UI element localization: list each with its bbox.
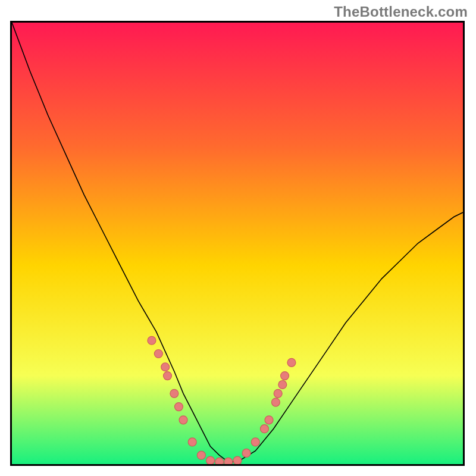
data-point [174,403,183,411]
plot-frame [10,21,465,466]
data-point [148,336,156,345]
gradient-background [12,23,463,464]
data-point [197,451,205,459]
data-point [287,358,296,367]
data-point [242,449,250,457]
data-point [154,350,162,358]
data-point [224,458,233,464]
data-point [206,456,215,464]
data-point [179,416,187,424]
data-point [271,398,280,406]
data-point [281,372,289,380]
data-point [274,389,282,397]
data-point [260,425,268,433]
data-point [188,438,196,446]
data-point [233,456,242,464]
data-point [161,363,170,371]
data-point [278,380,287,389]
data-point [164,372,172,380]
data-point [251,438,259,446]
data-point [215,458,224,464]
plot-svg [12,23,463,464]
data-point [170,389,178,397]
data-point [265,416,273,424]
watermark-text: TheBottleneck.com [334,4,468,20]
